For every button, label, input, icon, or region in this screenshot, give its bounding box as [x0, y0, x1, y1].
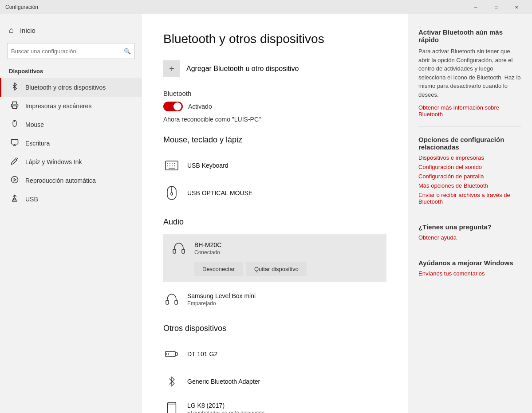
- bluetooth-nav-icon: [10, 83, 19, 92]
- sidebar-item-bluetooth[interactable]: Bluetooth y otros dispositivos: [0, 78, 142, 97]
- rp-link-send-files[interactable]: Enviar o recibir archivos a través de Bl…: [418, 192, 521, 205]
- recognized-text: Ahora reconocible como "LUIS-PC": [163, 116, 386, 123]
- bh-status: Conectado: [194, 249, 379, 256]
- bluetooth-adapter-name: Generic Bluetooth Adapter: [187, 378, 386, 385]
- bluetooth-label: Bluetooth: [163, 90, 386, 97]
- sidebar: ⌂ Inicio 🔍 Dispositivos Bluetooth y otro…: [0, 14, 142, 413]
- bh-name: BH-M20C: [194, 241, 379, 248]
- rp-divider-1: [418, 126, 521, 127]
- sidebar-lapiz-label: Lápiz y Windows Ink: [25, 158, 82, 165]
- rp-related-section: Opciones de configuración relacionadas D…: [418, 136, 521, 205]
- maximize-button[interactable]: □: [486, 0, 506, 14]
- samsung-name: Samsung Level Box mini: [187, 292, 386, 299]
- rp-improve-heading: Ayúdanos a mejorar Windows: [418, 259, 521, 267]
- rp-link-sound[interactable]: Configuración del sonido: [418, 164, 521, 170]
- search-box[interactable]: 🔍: [7, 43, 135, 59]
- rp-link-more-bt[interactable]: Más opciones de Bluetooth: [418, 182, 521, 189]
- bluetooth-toggle-status: Activado: [188, 103, 212, 110]
- remove-device-button[interactable]: Quitar dispositivo: [246, 262, 307, 276]
- headphone-icon: [170, 240, 187, 257]
- sidebar-item-usb[interactable]: USB: [0, 190, 142, 208]
- bluetooth-adapter-icon: [163, 373, 180, 390]
- minimize-button[interactable]: ─: [465, 0, 486, 14]
- usb-icon: [10, 194, 19, 204]
- add-device-button[interactable]: + Agregar Bluetooth u otro dispositivo: [163, 60, 386, 77]
- audio-device-samsung[interactable]: Samsung Level Box mini Emparejado: [163, 286, 386, 313]
- rp-link-display[interactable]: Configuración de pantalla: [418, 173, 521, 180]
- audio-buttons: Desconectar Quitar dispositivo: [194, 262, 379, 276]
- bluetooth-section: Bluetooth Activado Ahora reconocible com…: [163, 90, 386, 123]
- sidebar-usb-label: USB: [25, 196, 38, 203]
- svg-rect-24: [173, 249, 176, 253]
- svg-point-23: [171, 193, 173, 195]
- printers-icon: [10, 101, 19, 111]
- svg-rect-0: [13, 106, 17, 109]
- bh-info: BH-M20C Conectado: [194, 241, 379, 256]
- disconnect-button[interactable]: Desconectar: [194, 262, 243, 276]
- rp-link-printers[interactable]: Dispositivos e impresoras: [418, 154, 521, 161]
- rp-question-heading: ¿Tienes una pregunta?: [418, 223, 521, 231]
- svg-rect-25: [182, 249, 185, 253]
- device-mouse[interactable]: USB OPTICAL MOUSE: [163, 179, 386, 207]
- svg-rect-3: [12, 139, 18, 144]
- sidebar-item-escritura[interactable]: Escritura: [0, 134, 142, 153]
- other-devices-section: Otros dispositivos DT 101 G2: [163, 324, 386, 413]
- titlebar-title: Configuración: [5, 4, 465, 10]
- bluetooth-toggle-row: Activado: [163, 102, 386, 111]
- device-dt101[interactable]: DT 101 G2: [163, 340, 386, 368]
- search-icon: 🔍: [124, 48, 131, 55]
- bluetooth-toggle[interactable]: [163, 102, 183, 111]
- audio-section-heading: Audio: [163, 217, 386, 227]
- sidebar-bluetooth-label: Bluetooth y otros dispositivos: [25, 84, 106, 91]
- rp-improve-section: Ayúdanos a mejorar Windows Envíanos tus …: [418, 259, 521, 277]
- add-device-label: Agregar Bluetooth u otro dispositivo: [186, 65, 299, 73]
- mouse-icon: [10, 120, 19, 130]
- main-content: Bluetooth y otros dispositivos + Agregar…: [142, 14, 408, 413]
- mouse-device-info: USB OPTICAL MOUSE: [187, 189, 386, 197]
- right-panel: Activar Bluetooth aún más rápido Para ac…: [408, 14, 532, 413]
- lgk8-info: LG K8 (2017) El controlador no está disp…: [187, 402, 386, 413]
- search-input[interactable]: [11, 48, 124, 55]
- rp-question-section: ¿Tienes una pregunta? Obtener ayuda: [418, 223, 521, 241]
- headphone2-icon: [163, 291, 180, 308]
- svg-rect-26: [166, 300, 169, 304]
- svg-rect-27: [175, 300, 177, 304]
- toggle-knob: [173, 102, 181, 110]
- audio-device-selected[interactable]: BH-M20C Conectado Desconectar Quitar dis…: [163, 234, 386, 282]
- device-bluetooth-adapter[interactable]: Generic Bluetooth Adapter: [163, 368, 386, 395]
- samsung-status: Emparejado: [187, 300, 386, 307]
- device-keyboard[interactable]: USB Keyboard: [163, 152, 386, 179]
- svg-line-6: [17, 158, 18, 159]
- bluetooth-adapter-info: Generic Bluetooth Adapter: [187, 378, 386, 385]
- sidebar-item-auto[interactable]: Reproducción automática: [0, 171, 142, 190]
- lgk8-status: El controlador no está disponible: [187, 410, 386, 413]
- lapiz-icon: [10, 157, 19, 167]
- add-device-plus-icon: +: [163, 60, 180, 77]
- rp-activate-text: Para activar Bluetooth sin tener que abr…: [418, 47, 521, 99]
- rp-activate-section: Activar Bluetooth aún más rápido Para ac…: [418, 28, 521, 118]
- sidebar-auto-label: Reproducción automática: [25, 177, 96, 184]
- page-title: Bluetooth y otros dispositivos: [163, 32, 386, 46]
- mouse-section: Mouse, teclado y lápiz USB Keyboard: [163, 135, 386, 207]
- phone-icon: [163, 401, 180, 413]
- auto-icon: [10, 176, 19, 185]
- rp-more-info-link[interactable]: Obtener más información sobre Bluetooth: [418, 104, 521, 118]
- device-lgk8[interactable]: LG K8 (2017) El controlador no está disp…: [163, 395, 386, 413]
- other-section-heading: Otros dispositivos: [163, 324, 386, 333]
- sidebar-item-lapiz[interactable]: Lápiz y Windows Ink: [0, 153, 142, 171]
- sidebar-item-printers[interactable]: Impresoras y escáneres: [0, 97, 142, 115]
- sidebar-escritura-label: Escritura: [25, 140, 50, 147]
- sidebar-item-home[interactable]: ⌂ Inicio: [0, 21, 142, 39]
- sidebar-mouse-label: Mouse: [25, 121, 44, 128]
- rp-help-link[interactable]: Obtener ayuda: [418, 234, 521, 241]
- sidebar-item-mouse[interactable]: Mouse: [0, 115, 142, 134]
- rp-feedback-link[interactable]: Envíanos tus comentarios: [418, 270, 521, 277]
- keyboard-info: USB Keyboard: [187, 162, 386, 169]
- audio-section: Audio BH-M20C Conectado: [163, 217, 386, 313]
- lgk8-name: LG K8 (2017): [187, 402, 386, 409]
- svg-marker-8: [14, 178, 16, 181]
- svg-point-7: [12, 177, 18, 183]
- app-body: ⌂ Inicio 🔍 Dispositivos Bluetooth y otro…: [0, 14, 532, 413]
- home-label: Inicio: [20, 27, 35, 34]
- close-button[interactable]: ✕: [506, 0, 527, 14]
